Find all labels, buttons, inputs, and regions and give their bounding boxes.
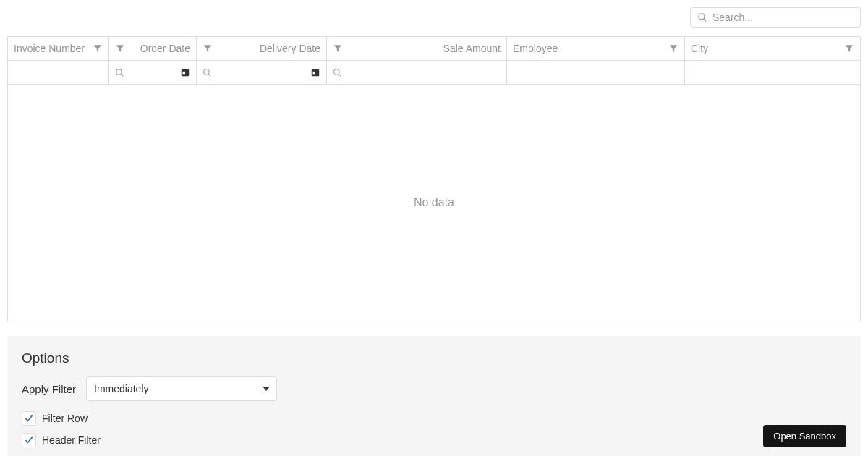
filter-icon[interactable] xyxy=(333,43,343,54)
grid-empty-text: No data xyxy=(414,196,454,209)
apply-filter-value: Immediately xyxy=(94,383,148,394)
svg-rect-9 xyxy=(313,72,316,75)
options-title: Options xyxy=(22,350,846,366)
filter-icon[interactable] xyxy=(115,43,125,54)
grid-filter-row xyxy=(8,61,860,85)
filter-icon[interactable] xyxy=(93,43,103,54)
filter-input-order-date[interactable] xyxy=(129,66,176,79)
svg-line-3 xyxy=(121,74,123,76)
calendar-icon[interactable] xyxy=(180,67,190,77)
column-label: Invoice Number xyxy=(14,43,85,54)
grid-header-row: Invoice Number Order Date Delivery Date … xyxy=(8,37,860,61)
column-header-delivery-date[interactable]: Delivery Date xyxy=(196,37,326,60)
data-grid: Invoice Number Order Date Delivery Date … xyxy=(7,36,861,321)
apply-filter-row: Apply Filter Immediately xyxy=(22,376,846,401)
column-label: Sale Amount xyxy=(443,43,501,54)
calendar-icon[interactable] xyxy=(310,67,320,77)
filter-cell-invoice xyxy=(8,61,109,84)
search-input[interactable] xyxy=(690,7,861,28)
search-icon[interactable] xyxy=(333,68,342,77)
filter-input-employee[interactable] xyxy=(513,66,678,79)
svg-rect-5 xyxy=(183,72,186,75)
grid-body: No data xyxy=(8,85,860,321)
column-label: Employee xyxy=(513,43,558,54)
toolbar xyxy=(7,7,861,28)
column-header-city[interactable]: City xyxy=(684,37,860,60)
filter-cell-employee xyxy=(506,61,684,84)
header-filter-checkbox-label: Header Filter xyxy=(42,434,101,446)
filter-row-checkbox[interactable] xyxy=(22,411,36,426)
svg-line-11 xyxy=(339,74,341,76)
filter-cell-delivery-date xyxy=(196,61,326,84)
svg-line-7 xyxy=(208,74,210,76)
column-header-invoice[interactable]: Invoice Number xyxy=(8,37,109,60)
search-icon[interactable] xyxy=(203,68,212,77)
column-label: Delivery Date xyxy=(260,43,320,54)
header-filter-option: Header Filter xyxy=(22,433,846,447)
filter-icon[interactable] xyxy=(668,43,678,54)
column-header-order-date[interactable]: Order Date xyxy=(109,37,196,60)
apply-filter-label: Apply Filter xyxy=(22,383,76,395)
filter-input-delivery-date[interactable] xyxy=(216,66,306,79)
filter-icon[interactable] xyxy=(203,43,213,54)
svg-point-10 xyxy=(334,69,340,75)
filter-cell-sale-amount xyxy=(326,61,506,84)
filter-icon[interactable] xyxy=(844,43,854,54)
filter-input-invoice[interactable] xyxy=(14,66,103,79)
search-icon[interactable] xyxy=(115,68,124,77)
filter-input-sale-amount[interactable] xyxy=(346,66,501,79)
search-box xyxy=(690,7,861,28)
header-filter-checkbox[interactable] xyxy=(22,433,36,447)
filter-row-option: Filter Row xyxy=(22,411,846,426)
column-label: City xyxy=(691,43,708,54)
column-header-sale-amount[interactable]: Sale Amount xyxy=(326,37,506,60)
apply-filter-select[interactable]: Immediately xyxy=(86,376,277,401)
filter-cell-order-date xyxy=(109,61,196,84)
options-panel: Options Apply Filter Immediately Filter … xyxy=(7,336,861,456)
column-label: Order Date xyxy=(140,43,190,54)
svg-point-6 xyxy=(204,69,210,75)
filter-row-checkbox-label: Filter Row xyxy=(42,413,88,424)
filter-input-city[interactable] xyxy=(691,66,854,79)
filter-cell-city xyxy=(684,61,860,84)
svg-point-2 xyxy=(116,69,122,75)
open-sandbox-button[interactable]: Open Sandbox xyxy=(763,425,846,447)
column-header-employee[interactable]: Employee xyxy=(506,37,684,60)
